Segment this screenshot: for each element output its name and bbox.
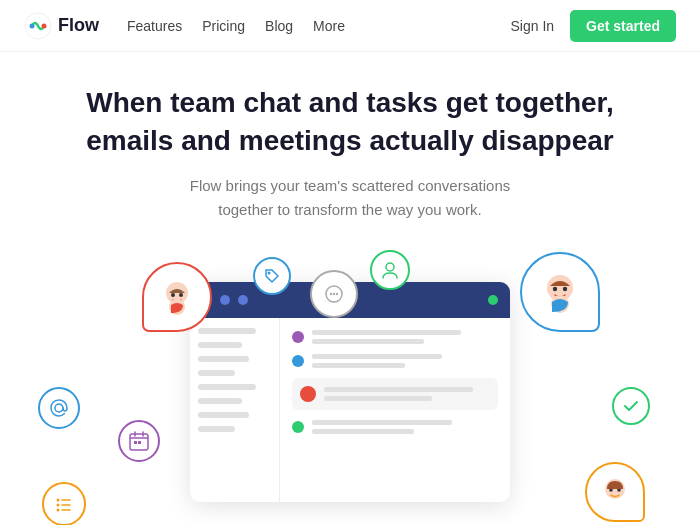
row-lines <box>312 354 498 368</box>
user-icon-float <box>370 250 410 290</box>
mockup-sidebar <box>190 318 280 502</box>
tag-icon-circle <box>253 257 291 295</box>
user-icon-circle <box>370 250 410 290</box>
row-dot-blue <box>292 355 304 367</box>
avatar-bubble-red <box>142 262 212 332</box>
row-dot-green <box>292 421 304 433</box>
content-row <box>292 420 498 434</box>
hero-subtitle: Flow brings your team's scattered conver… <box>180 174 520 222</box>
row-dot-red <box>300 386 316 402</box>
avatar-bubble-blue <box>520 252 600 332</box>
at-icon <box>47 396 71 420</box>
at-icon-circle <box>38 387 80 429</box>
avatar-orange <box>585 462 645 522</box>
mockup-body <box>190 318 510 502</box>
calendar-icon-float <box>118 420 160 462</box>
sidebar-line <box>198 370 235 376</box>
svg-point-13 <box>333 292 335 294</box>
svg-point-2 <box>42 23 47 28</box>
sidebar-line <box>198 426 235 432</box>
titlebar-dot-2 <box>220 295 230 305</box>
svg-point-12 <box>330 292 332 294</box>
avatar-red <box>142 262 212 332</box>
titlebar-dot-green <box>488 295 498 305</box>
svg-rect-20 <box>138 441 141 444</box>
row-line <box>312 429 414 434</box>
row-line <box>312 420 452 425</box>
hero-section: When team chat and tasks get together, e… <box>0 52 700 222</box>
svg-point-14 <box>336 292 338 294</box>
row-line <box>312 339 424 344</box>
content-row <box>292 354 498 368</box>
illustration-section <box>0 232 700 525</box>
nav-features[interactable]: Features <box>127 18 182 34</box>
svg-point-16 <box>386 263 394 271</box>
sidebar-line <box>198 412 249 418</box>
svg-point-21 <box>57 498 60 501</box>
tag-icon <box>262 266 282 286</box>
avatar-blue <box>520 252 600 332</box>
nav-more[interactable]: More <box>313 18 345 34</box>
sidebar-line <box>198 384 256 390</box>
chat-bubble-center <box>310 270 358 318</box>
avatar-face-red <box>155 275 199 319</box>
svg-point-15 <box>268 271 271 274</box>
row-line <box>312 363 405 368</box>
sign-in-link[interactable]: Sign In <box>510 18 554 34</box>
svg-point-8 <box>553 286 557 290</box>
svg-point-4 <box>171 293 175 297</box>
avatar-bubble-orange <box>585 462 645 522</box>
get-started-button[interactable]: Get started <box>570 10 676 42</box>
nav-blog[interactable]: Blog <box>265 18 293 34</box>
check-icon-float <box>612 387 650 425</box>
nav-right: Sign In Get started <box>510 10 676 42</box>
sidebar-line <box>198 398 242 404</box>
nav-pricing[interactable]: Pricing <box>202 18 245 34</box>
chat-icon <box>322 282 346 306</box>
user-icon <box>379 259 401 281</box>
svg-rect-19 <box>134 441 137 444</box>
chat-icon-circle <box>310 270 358 318</box>
calendar-icon <box>127 429 151 453</box>
avatar-face-blue <box>534 266 586 318</box>
hero-title: When team chat and tasks get together, e… <box>60 84 640 160</box>
list-icon-float <box>42 482 86 525</box>
titlebar-dot-3 <box>238 295 248 305</box>
svg-point-5 <box>179 293 183 297</box>
sidebar-line <box>198 356 249 362</box>
content-row <box>292 330 498 344</box>
svg-point-1 <box>30 23 35 28</box>
svg-point-9 <box>563 286 567 290</box>
sidebar-line <box>198 342 242 348</box>
list-icon <box>52 492 76 516</box>
mockup-content <box>280 318 510 502</box>
list-icon-circle <box>42 482 86 525</box>
content-card <box>292 378 498 410</box>
nav-links: Features Pricing Blog More <box>127 18 510 34</box>
row-line <box>324 387 473 392</box>
svg-point-22 <box>57 503 60 506</box>
check-icon <box>621 396 641 416</box>
tag-icon-float <box>253 257 291 295</box>
logo[interactable]: Flow <box>24 12 99 40</box>
navbar: Flow Features Pricing Blog More Sign In … <box>0 0 700 52</box>
avatar-face-orange <box>596 473 634 511</box>
row-lines <box>312 420 498 434</box>
svg-point-23 <box>57 508 60 511</box>
check-icon-circle <box>612 387 650 425</box>
calendar-icon-circle <box>118 420 160 462</box>
svg-point-17 <box>55 404 63 412</box>
at-icon-float <box>38 387 80 429</box>
brand-name: Flow <box>58 15 99 36</box>
row-line <box>324 396 432 401</box>
row-line <box>312 354 442 359</box>
row-lines <box>312 330 498 344</box>
row-dot-purple <box>292 331 304 343</box>
row-lines <box>324 387 490 401</box>
flow-logo-icon <box>24 12 52 40</box>
row-line <box>312 330 461 335</box>
